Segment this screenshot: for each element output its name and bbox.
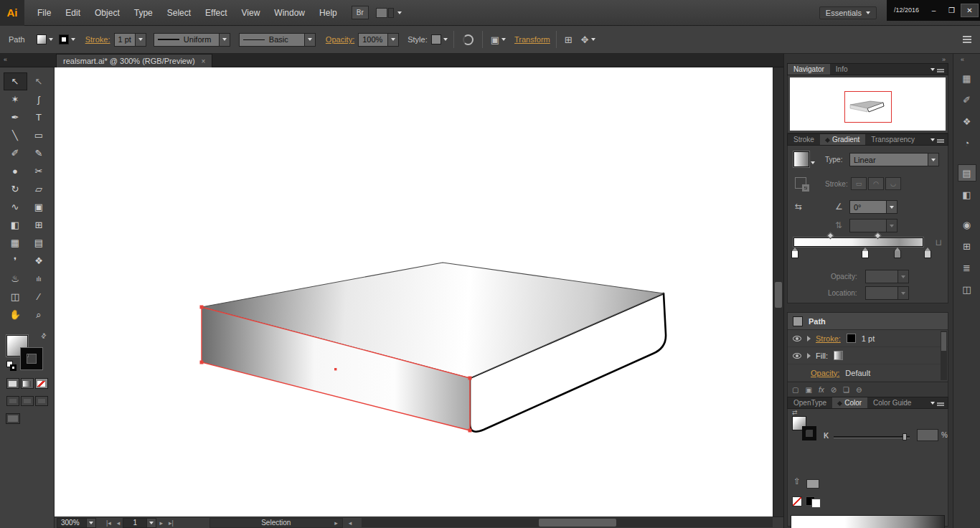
visibility-eye-icon[interactable] <box>793 336 801 341</box>
control-panel-menu[interactable] <box>963 39 971 40</box>
new-fill-icon[interactable]: ▣ <box>805 386 811 394</box>
draw-inside-button[interactable] <box>35 396 48 406</box>
gradient-preview-swatch[interactable] <box>793 151 809 167</box>
blend-tool[interactable]: ❖ <box>27 252 51 270</box>
horizontal-scrollbar-thumb[interactable] <box>539 519 617 527</box>
restore-button[interactable]: ❐ <box>943 4 961 17</box>
recolor-artwork-icon[interactable] <box>463 34 473 45</box>
white-swatch[interactable] <box>811 499 821 508</box>
shift-up-icon[interactable]: ⇧ <box>793 476 801 486</box>
stroke-color-swatch[interactable] <box>21 348 42 369</box>
arrange-documents-icon[interactable] <box>376 8 402 18</box>
tab-info[interactable]: Info <box>830 64 854 75</box>
clear-appearance-icon[interactable]: ⊘ <box>831 386 837 394</box>
width-profile-select[interactable]: Uniform <box>154 33 230 47</box>
appearance-stroke-value[interactable]: 1 pt <box>862 334 875 343</box>
new-stroke-icon[interactable]: ▢ <box>792 386 798 394</box>
paintbrush-tool[interactable]: ✐ <box>4 144 27 162</box>
appearance-stroke-link[interactable]: Stroke: <box>816 334 841 343</box>
type-tool[interactable]: T <box>27 108 51 126</box>
blob-brush-tool[interactable]: ● <box>4 162 27 180</box>
appearance-fill-label[interactable]: Fill: <box>816 352 828 360</box>
artboards-dock-icon[interactable]: ◫ <box>958 280 976 298</box>
color-swap-icon[interactable]: ⇄ <box>792 409 798 416</box>
stroke-dock-icon[interactable]: ◉ <box>958 216 976 233</box>
gradient-angle-select[interactable]: 0° <box>849 200 897 214</box>
k-slider[interactable] <box>834 436 910 438</box>
mesh-tool[interactable]: ▦ <box>4 234 27 252</box>
artboard-tool[interactable]: ◫ <box>4 288 27 306</box>
eyedropper-tool[interactable]: ❜ <box>4 252 27 270</box>
width-tool[interactable]: ∿ <box>4 198 27 216</box>
color-stroke-swatch[interactable] <box>802 426 816 440</box>
direct-selection-tool[interactable]: ↖ <box>27 72 51 90</box>
gradient-stop[interactable] <box>862 250 869 258</box>
free-transform-tool[interactable]: ▣ <box>27 198 51 216</box>
appearance-opacity-value[interactable]: Default <box>845 369 870 377</box>
last-artboard-icon[interactable]: ▸| <box>169 519 174 527</box>
status-indicator[interactable]: Selection ▸ <box>209 518 343 528</box>
stroke-weight-select[interactable]: 1 pt <box>114 33 146 47</box>
column-graph-tool[interactable]: ılı <box>27 270 51 288</box>
new-effect-icon[interactable]: fx <box>819 386 824 394</box>
bridge-icon[interactable]: Br <box>352 6 369 19</box>
appearance-scrollbar[interactable] <box>941 331 947 380</box>
expand-row-icon[interactable] <box>807 336 811 341</box>
tab-color-guide[interactable]: Color Guide <box>867 397 917 408</box>
zoom-level-select[interactable]: 300% <box>57 518 96 528</box>
swatches-dock-icon[interactable]: ▦ <box>958 70 976 87</box>
horizontal-scrollbar[interactable] <box>362 518 773 527</box>
tab-stroke[interactable]: Stroke <box>788 134 820 145</box>
brush-definition-select[interactable]: Basic <box>239 33 316 47</box>
none-swatch[interactable] <box>792 496 802 506</box>
gradient-stop[interactable] <box>894 250 901 258</box>
menu-effect[interactable]: Effect <box>198 0 234 26</box>
gradient-stop[interactable] <box>924 250 931 258</box>
navigator-preview[interactable] <box>790 77 946 131</box>
tab-navigator[interactable]: Navigator <box>788 64 830 75</box>
menu-window[interactable]: Window <box>267 0 312 26</box>
reverse-gradient-icon[interactable]: ⇆ <box>795 202 802 212</box>
minimize-button[interactable]: – <box>925 4 943 17</box>
tab-opentype[interactable]: OpenType <box>788 397 832 408</box>
perspective-grid-tool[interactable]: ⊞ <box>27 216 51 234</box>
navigator-view-box[interactable] <box>844 91 892 123</box>
gradient-tool[interactable]: ▤ <box>27 234 51 252</box>
stroke-panel-link[interactable]: Stroke: <box>85 35 110 44</box>
gradient-panel-menu-icon[interactable] <box>927 134 948 145</box>
gradient-dock-icon[interactable]: ▤ <box>958 164 976 182</box>
opacity-panel-link[interactable]: Opacity: <box>326 35 354 44</box>
align-options[interactable]: ▣ <box>489 34 506 45</box>
last-color-swatch[interactable] <box>806 479 819 489</box>
pencil-tool[interactable]: ✎ <box>27 144 51 162</box>
duplicate-item-icon[interactable]: ❏ <box>843 386 849 394</box>
lasso-tool[interactable]: ʃ <box>27 90 51 108</box>
artboard-canvas[interactable] <box>55 67 773 517</box>
gradient-mode-button[interactable] <box>21 378 34 389</box>
brushes-dock-icon[interactable]: ✐ <box>958 91 976 108</box>
close-button[interactable]: ✕ <box>961 4 979 17</box>
menu-file[interactable]: File <box>30 0 58 26</box>
slice-tool[interactable]: ∕ <box>27 288 51 306</box>
hand-tool[interactable]: ✋ <box>4 306 27 324</box>
draw-behind-button[interactable] <box>21 396 34 406</box>
document-tab[interactable]: realsmart.ai* @ 300% (RGB/Preview) × <box>56 54 212 67</box>
k-slider-thumb[interactable] <box>903 433 907 440</box>
scissors-tool[interactable]: ✂ <box>27 162 51 180</box>
shape-builder-tool[interactable]: ◧ <box>4 216 27 234</box>
visibility-eye-icon[interactable] <box>793 353 801 359</box>
align-dock-icon[interactable]: ⊞ <box>958 237 976 255</box>
next-artboard-icon[interactable]: ▸ <box>159 519 163 527</box>
menu-select[interactable]: Select <box>160 0 198 26</box>
shape-modes-options[interactable]: ✥ <box>579 34 595 45</box>
color-mode-button[interactable] <box>6 378 19 389</box>
none-mode-button[interactable] <box>35 378 48 389</box>
prev-artboard-icon[interactable]: ◂ <box>117 519 121 527</box>
scale-tool[interactable]: ▱ <box>27 180 51 198</box>
info-dock-icon[interactable]: ◔ <box>958 134 976 151</box>
menu-object[interactable]: Object <box>88 0 127 26</box>
magic-wand-tool[interactable]: ✶ <box>4 90 27 108</box>
selection-tool[interactable]: ↖ <box>4 72 27 90</box>
collapse-dock-icon[interactable]: » <box>942 56 946 63</box>
style-select[interactable] <box>431 34 448 44</box>
